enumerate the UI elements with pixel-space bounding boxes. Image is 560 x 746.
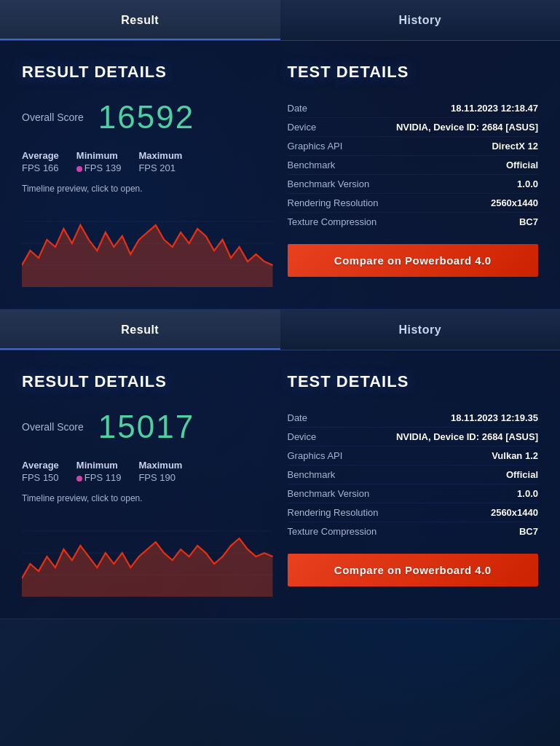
tab-result-2[interactable]: Result [0,310,280,350]
timeline-label-1[interactable]: Timeline preview, click to open. [22,184,273,194]
chart-svg-2 [22,509,273,597]
compare-btn-2[interactable]: Compare on Powerboard 4.0 [288,554,539,586]
detail-rows-2: Date 18.11.2023 12:19.35 Device NVIDIA, … [288,409,539,541]
svg-marker-3 [22,225,273,287]
detail-resolution-2: Rendering Resolution 2560x1440 [288,503,539,522]
result-details-1: RESULT DETAILS Overall Score 16592 Avera… [22,63,273,287]
tab-history-2[interactable]: History [280,310,561,350]
fps-row-1: Average FPS 166 Minimum FPS 139 Maximum … [22,150,273,173]
detail-api-1: Graphics API DirectX 12 [288,137,539,156]
detail-benchmark-1: Benchmark Official [288,156,539,175]
detail-benchmark-2: Benchmark Official [288,466,539,484]
chart-svg-1 [22,200,273,287]
score-label-1: Overall Score [22,111,84,123]
result-title-2: RESULT DETAILS [22,372,273,391]
detail-texture-1: Texture Compression BC7 [288,213,539,231]
tab-result-1[interactable]: Result [0,0,280,40]
score-value-2: 15017 [98,409,194,445]
panel-2: RESULT DETAILS Overall Score 15017 Avera… [0,350,560,619]
min-dot-2 [76,476,82,482]
tab-header-2: Result History [0,310,560,350]
detail-benchmark-version-1: Benchmark Version 1.0.0 [288,175,539,194]
svg-marker-7 [22,538,273,597]
detail-rows-1: Date 18.11.2023 12:18.47 Device NVIDIA, … [288,99,539,231]
fps-minimum-1: Minimum FPS 139 [76,150,122,173]
score-row-2: Overall Score 15017 [22,409,273,445]
tab-history-1[interactable]: History [280,0,561,40]
detail-date-2: Date 18.11.2023 12:19.35 [288,409,539,428]
detail-texture-2: Texture Compression BC7 [288,522,539,541]
fps-maximum-2: Maximum FPS 190 [138,460,182,483]
fps-maximum-1: Maximum FPS 201 [138,150,182,173]
panel-1: RESULT DETAILS Overall Score 16592 Avera… [0,41,560,310]
detail-benchmark-version-2: Benchmark Version 1.0.0 [288,484,539,503]
timeline-label-2[interactable]: Timeline preview, click to open. [22,493,273,503]
fps-minimum-2: Minimum FPS 119 [76,460,122,483]
compare-btn-1[interactable]: Compare on Powerboard 4.0 [288,244,539,277]
tab-header-1: Result History [0,0,560,41]
result-title-1: RESULT DETAILS [22,63,273,82]
detail-date-1: Date 18.11.2023 12:18.47 [288,99,539,118]
detail-api-2: Graphics API Vulkan 1.2 [288,447,539,466]
min-dot-1 [76,166,82,172]
test-details-2: TEST DETAILS Date 18.11.2023 12:19.35 De… [288,372,539,597]
detail-device-1: Device NVIDIA, Device ID: 2684 [ASUS] [288,118,539,137]
test-details-title-1: TEST DETAILS [288,63,539,82]
test-details-title-2: TEST DETAILS [288,372,539,391]
score-row-1: Overall Score 16592 [22,99,273,136]
test-details-1: TEST DETAILS Date 18.11.2023 12:18.47 De… [288,63,539,287]
fps-average-1: Average FPS 166 [22,150,59,173]
score-label-2: Overall Score [22,421,84,433]
result-details-2: RESULT DETAILS Overall Score 15017 Avera… [22,372,273,597]
fps-row-2: Average FPS 150 Minimum FPS 119 Maximum … [22,460,273,483]
chart-2[interactable] [22,509,273,597]
fps-average-2: Average FPS 150 [22,460,59,483]
detail-resolution-1: Rendering Resolution 2560x1440 [288,194,539,213]
chart-1[interactable] [22,200,273,287]
detail-device-2: Device NVIDIA, Device ID: 2684 [ASUS] [288,428,539,447]
score-value-1: 16592 [98,99,194,136]
